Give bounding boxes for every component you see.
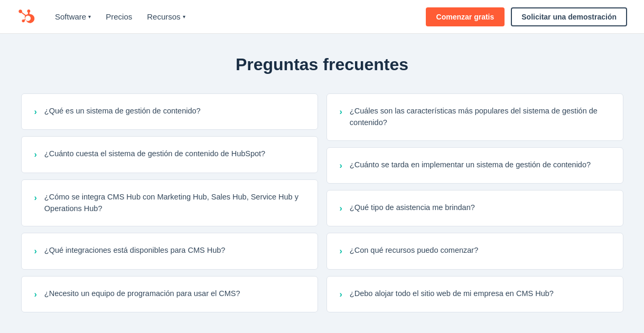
software-chevron-icon: ▾ [88,14,91,20]
main-content: Preguntas frecuentes ›¿Qué es un sistema… [0,34,644,333]
faq-question-text: ¿Debo alojar todo el sitio web de mi emp… [350,288,554,300]
faq-item[interactable]: ›¿Necesito un equipo de programación par… [21,276,318,312]
faq-col-right: ›¿Cuáles son las características más pop… [326,93,623,312]
comenzar-gratis-button[interactable]: Comenzar gratis [426,7,505,26]
faq-question-text: ¿Qué tipo de asistencia me brindan? [350,202,475,214]
faq-chevron-icon: › [340,245,342,257]
faq-question-text: ¿Qué es un sistema de gestión de conteni… [44,106,201,117]
faq-item[interactable]: ›¿Debo alojar todo el sitio web de mi em… [326,276,623,312]
faq-question-text: ¿Cuánto se tarda en implementar un siste… [350,159,591,171]
nav-actions: Comenzar gratis Solicitar una demostraci… [426,7,627,26]
faq-grid: ›¿Qué es un sistema de gestión de conten… [21,93,623,312]
faq-chevron-icon: › [34,289,37,300]
faq-question-text: ¿Cómo se integra CMS Hub con Marketing H… [44,192,305,215]
faq-item[interactable]: ›¿Cuáles son las características más pop… [326,93,623,141]
nav-item-recursos[interactable]: Recursos ▾ [141,8,191,25]
logo[interactable] [17,7,36,26]
faq-question-text: ¿Cuáles son las características más popu… [350,106,610,129]
nav-item-software[interactable]: Software ▾ [49,8,97,25]
faq-chevron-icon: › [34,245,37,257]
faq-chevron-icon: › [34,149,37,160]
faq-question-text: ¿Necesito un equipo de programación para… [44,288,240,300]
page-title: Preguntas frecuentes [17,55,627,74]
faq-item[interactable]: ›¿Cuánto se tarda en implementar un sist… [326,147,623,184]
faq-item[interactable]: ›¿Cuánto cuesta el sistema de gestión de… [21,136,318,173]
nav-recursos-label: Recursos [147,12,180,21]
faq-col-left: ›¿Qué es un sistema de gestión de conten… [21,93,318,312]
faq-question-text: ¿Con qué recursos puedo comenzar? [350,245,478,256]
faq-chevron-icon: › [34,192,37,204]
faq-item[interactable]: ›¿Qué tipo de asistencia me brindan? [326,190,623,226]
faq-chevron-icon: › [34,106,37,118]
faq-chevron-icon: › [340,106,342,118]
faq-item[interactable]: ›¿Cómo se integra CMS Hub con Marketing … [21,179,318,227]
faq-question-text: ¿Qué integraciones está disponibles para… [44,245,226,256]
faq-chevron-icon: › [340,160,342,172]
faq-item[interactable]: ›¿Qué es un sistema de gestión de conten… [21,93,318,130]
faq-item[interactable]: ›¿Qué integraciones está disponibles par… [21,233,318,269]
recursos-chevron-icon: ▾ [183,14,185,20]
hubspot-logo-icon [17,7,36,26]
faq-chevron-icon: › [340,203,342,214]
navbar: Software ▾ Precios Recursos ▾ Comenzar g… [0,0,644,34]
solicitar-demo-button[interactable]: Solicitar una demostración [511,7,627,26]
faq-item[interactable]: ›¿Con qué recursos puedo comenzar? [326,233,623,269]
nav-links: Software ▾ Precios Recursos ▾ [49,8,426,25]
nav-precios-label: Precios [106,12,132,21]
faq-question-text: ¿Cuánto cuesta el sistema de gestión de … [44,148,265,160]
nav-software-label: Software [55,12,86,21]
faq-chevron-icon: › [340,289,342,300]
nav-item-precios[interactable]: Precios [99,8,138,25]
